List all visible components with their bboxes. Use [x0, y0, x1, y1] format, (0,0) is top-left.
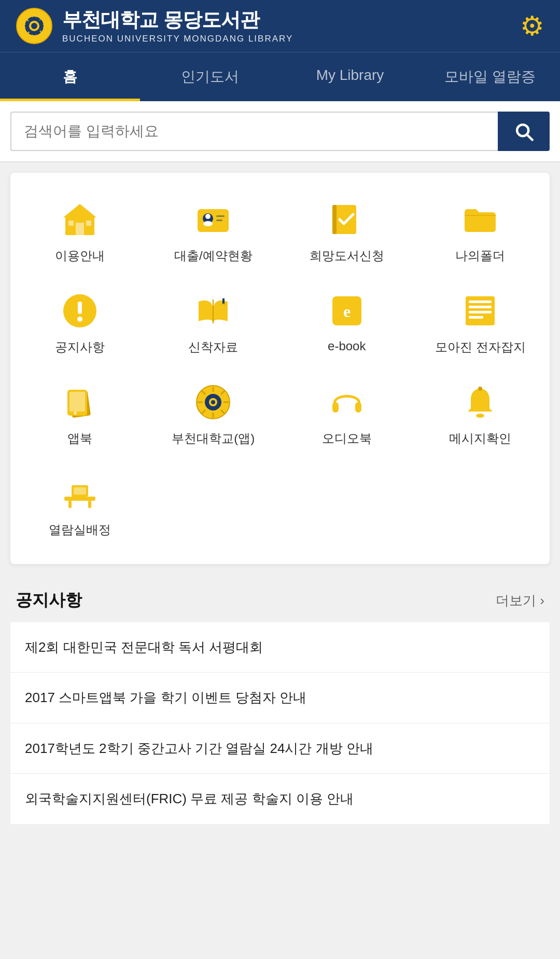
menu-label-loan: 대출/예약현황 — [174, 248, 253, 264]
menu-label-myfolder: 나의폴더 — [455, 248, 505, 264]
svg-point-55 — [478, 387, 482, 391]
logo: 부천대학교 몽당도서관 BUCHEON UNIVERSITY MONGDANG … — [16, 7, 293, 45]
menu-grid: 이용안내 대출/예약현황 — [16, 188, 544, 549]
svg-text:e: e — [343, 302, 351, 321]
svg-rect-61 — [77, 497, 83, 499]
svg-rect-60 — [74, 487, 86, 495]
search-section — [0, 101, 560, 162]
menu-label-readingroom: 열람실배정 — [49, 522, 111, 538]
svg-point-51 — [211, 400, 215, 404]
svg-rect-26 — [78, 302, 82, 314]
svg-rect-24 — [332, 205, 337, 234]
svg-rect-57 — [68, 501, 72, 508]
svg-point-11 — [31, 23, 37, 29]
menu-label-ebook: e-book — [328, 339, 366, 353]
menu-label-audiobook: 오디오북 — [322, 430, 372, 447]
nav-mylibrary[interactable]: My Library — [280, 52, 420, 101]
menu-label-magazine: 모아진 전자잡지 — [435, 339, 526, 355]
notice-icon — [59, 290, 101, 332]
svg-point-39 — [74, 412, 77, 415]
notice-item-4[interactable]: 외국학술지지원센터(FRIC) 무료 제공 학술지 이용 안내 — [10, 774, 550, 824]
notice-section-title: 공지사항 — [16, 589, 82, 612]
menu-label-info: 이용안내 — [55, 248, 105, 264]
menu-item-myfolder[interactable]: 나의폴더 — [416, 188, 545, 275]
svg-rect-34 — [469, 311, 492, 313]
nav-home[interactable]: 홈 — [0, 52, 140, 101]
menu-item-notice[interactable]: 공지사항 — [16, 280, 144, 366]
menu-item-magazine[interactable]: 모아진 전자잡지 — [416, 280, 545, 366]
menu-section: 이용안내 대출/예약현황 — [10, 173, 550, 564]
svg-marker-13 — [63, 204, 96, 217]
menu-label-wishbook: 희망도서신청 — [310, 248, 384, 264]
svg-point-54 — [476, 414, 484, 418]
svg-point-27 — [77, 317, 82, 322]
svg-rect-17 — [198, 209, 229, 232]
school-icon — [192, 381, 234, 423]
menu-label-newbooks: 신착자료 — [188, 339, 238, 355]
user-card-icon — [192, 199, 234, 240]
menu-item-appbook[interactable]: 앱북 — [16, 371, 144, 457]
menu-item-newbooks[interactable]: 신착자료 — [149, 280, 278, 366]
tablet-icon — [59, 381, 101, 423]
readingroom-icon — [59, 473, 101, 514]
svg-rect-16 — [86, 221, 91, 226]
menu-label-notice: 공지사항 — [55, 339, 105, 355]
magazine-icon — [459, 290, 501, 332]
svg-rect-32 — [469, 300, 492, 303]
university-emblem — [16, 7, 53, 45]
university-name: 부천대학교 몽당도서관 — [62, 7, 293, 33]
menu-item-bucheon[interactable]: 부천대학교(앱) — [149, 371, 278, 457]
university-name-en: BUCHEON UNIVERSITY MONGDANG LIBRARY — [62, 33, 293, 45]
svg-rect-38 — [69, 392, 85, 412]
svg-rect-15 — [68, 221, 74, 226]
building-icon — [59, 199, 101, 240]
menu-item-wishbook[interactable]: 희망도서신청 — [283, 188, 411, 275]
svg-rect-53 — [355, 402, 361, 413]
header: 부천대학교 몽당도서관 BUCHEON UNIVERSITY MONGDANG … — [0, 0, 560, 52]
open-book-icon — [192, 290, 234, 332]
menu-label-bucheon: 부천대학교(앱) — [172, 430, 255, 447]
menu-label-appbook: 앱북 — [67, 430, 92, 447]
svg-rect-23 — [333, 205, 356, 234]
menu-label-message: 메시지확인 — [449, 430, 511, 447]
check-book-icon — [326, 199, 368, 240]
notice-more-button[interactable]: 더보기 › — [496, 592, 544, 610]
search-input[interactable] — [10, 112, 498, 151]
svg-point-20 — [203, 221, 213, 226]
notice-item-1[interactable]: 제2회 대한민국 전문대학 독서 서평대회 — [10, 622, 550, 673]
notice-item-3[interactable]: 2017학년도 2학기 중간고사 기간 열람실 24시간 개방 안내 — [10, 723, 550, 774]
menu-item-loan[interactable]: 대출/예약현황 — [149, 188, 278, 275]
svg-rect-52 — [332, 402, 339, 413]
svg-point-19 — [205, 214, 211, 219]
settings-icon[interactable]: ⚙ — [520, 10, 544, 42]
svg-rect-14 — [76, 223, 84, 235]
headphone-icon — [326, 381, 368, 423]
logo-text: 부천대학교 몽당도서관 BUCHEON UNIVERSITY MONGDANG … — [62, 7, 293, 44]
menu-item-audiobook[interactable]: 오디오북 — [283, 371, 411, 457]
svg-rect-21 — [216, 215, 225, 217]
svg-rect-22 — [216, 220, 222, 221]
nav-mobile[interactable]: 모바일 열람증 — [420, 52, 560, 101]
notice-item-2[interactable]: 2017 스마트앱북 가을 학기 이벤트 당첨자 안내 — [10, 673, 550, 723]
nav-popular[interactable]: 인기도서 — [140, 52, 280, 101]
notice-header: 공지사항 더보기 › — [0, 574, 560, 622]
search-button[interactable] — [498, 112, 550, 151]
svg-rect-35 — [469, 316, 483, 319]
svg-rect-33 — [469, 306, 492, 308]
menu-item-readingroom[interactable]: 열람실배정 — [16, 462, 144, 549]
menu-item-message[interactable]: 메시지확인 — [416, 371, 545, 457]
bell-icon — [459, 381, 501, 423]
ebook-icon: e — [326, 290, 368, 332]
svg-rect-58 — [88, 501, 91, 508]
search-icon — [512, 120, 535, 143]
menu-item-ebook[interactable]: e e-book — [283, 280, 411, 366]
folder-icon — [459, 199, 501, 240]
notice-list: 제2회 대한민국 전문대학 독서 서평대회 2017 스마트앱북 가을 학기 이… — [10, 622, 550, 824]
menu-item-info[interactable]: 이용안내 — [16, 188, 144, 275]
nav-bar: 홈 인기도서 My Library 모바일 열람증 — [0, 52, 560, 101]
